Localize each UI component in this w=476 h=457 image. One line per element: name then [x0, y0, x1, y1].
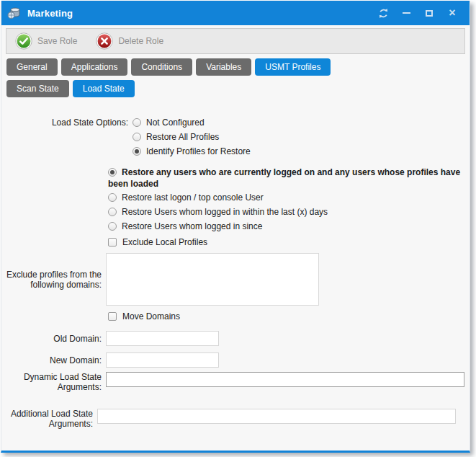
checkbox-label: Move Domains [122, 311, 180, 321]
option-label: Identify Profiles for Restore [146, 146, 251, 156]
tab-usmt-profiles[interactable]: USMT Profiles [255, 58, 331, 76]
tab-general[interactable]: General [6, 58, 58, 76]
primary-options-group: Not Configured Restore All Profiles Iden… [133, 117, 251, 160]
load-state-form: Load State Options: Not Configured Resto… [1, 117, 470, 429]
app-icon [7, 6, 22, 19]
save-role-button[interactable]: Save Role [15, 32, 77, 50]
additional-load-state-arguments-label: Additional Load State Arguments: [1, 409, 97, 429]
save-role-icon [15, 32, 32, 50]
radio-option-not-configured[interactable]: Not Configured [133, 117, 251, 129]
maximize-button[interactable] [418, 4, 441, 22]
toolbar: Save Role Delete Role [6, 28, 465, 54]
radio-icon[interactable] [108, 208, 117, 216]
refresh-button[interactable] [372, 4, 395, 22]
radio-icon[interactable] [133, 133, 141, 141]
titlebar: Marketing × [1, 1, 470, 25]
tab-variables[interactable]: Variables [196, 58, 251, 76]
option-label: Not Configured [146, 117, 205, 128]
tab-conditions[interactable]: Conditions [131, 58, 192, 76]
exclude-local-profiles-checkbox-row[interactable]: Exclude Local Profiles [108, 236, 470, 249]
radio-option-restore-logged-on[interactable]: Restore any users who are currently logg… [108, 167, 464, 190]
close-icon: × [449, 7, 455, 19]
dynamic-load-state-arguments-label: Dynamic Load State Arguments: [1, 372, 106, 392]
window-title: Marketing [27, 8, 73, 19]
delete-role-button[interactable]: Delete Role [96, 32, 163, 50]
refresh-icon [378, 8, 389, 19]
load-state-options-label: Load State Options: [1, 117, 133, 160]
new-domain-input[interactable] [106, 352, 219, 368]
additional-load-state-arguments-input[interactable] [97, 409, 456, 424]
exclude-domains-label: Exclude profiles from the following doma… [1, 270, 106, 290]
checkbox-label: Exclude Local Profiles [122, 237, 207, 247]
radio-option-last-logon[interactable]: Restore last logon / top console User [108, 192, 464, 204]
minimize-icon [403, 12, 410, 14]
old-domain-label: Old Domain: [1, 334, 106, 344]
radio-icon[interactable] [108, 168, 117, 177]
main-tab-bar: General Applications Conditions Variable… [6, 58, 470, 76]
option-label: Restore Users whom logged in within the … [122, 207, 328, 217]
radio-option-last-x-days[interactable]: Restore Users whom logged in within the … [108, 206, 464, 218]
old-domain-input[interactable] [106, 331, 219, 346]
minimize-button[interactable] [395, 4, 418, 22]
option-label: Restore last logon / top console User [122, 192, 264, 203]
radio-icon[interactable] [108, 222, 117, 231]
radio-option-identify-profiles[interactable]: Identify Profiles for Restore [133, 146, 251, 158]
save-role-label: Save Role [37, 36, 77, 46]
new-domain-label: New Domain: [1, 355, 106, 365]
exclude-domains-textarea[interactable] [106, 253, 319, 306]
checkbox-icon[interactable] [108, 238, 117, 247]
maximize-icon [426, 10, 433, 17]
tab-applications[interactable]: Applications [61, 58, 128, 76]
radio-icon[interactable] [133, 147, 141, 156]
option-label: Restore Users whom logged in since [122, 221, 262, 231]
checkbox-icon[interactable] [108, 312, 117, 321]
dynamic-load-state-arguments-input[interactable] [106, 372, 464, 387]
sub-tab-bar: Scan State Load State [6, 80, 470, 97]
option-label: Restore any users who are currently logg… [108, 167, 460, 189]
close-button[interactable]: × [441, 4, 464, 22]
radio-icon[interactable] [133, 118, 141, 127]
restore-options-group: Restore any users who are currently logg… [108, 167, 464, 233]
radio-option-restore-all-profiles[interactable]: Restore All Profiles [133, 131, 251, 143]
tab-scan-state[interactable]: Scan State [6, 80, 69, 97]
option-label: Restore All Profiles [146, 132, 219, 142]
delete-role-label: Delete Role [118, 36, 163, 46]
delete-role-icon [96, 32, 113, 50]
radio-option-logged-in-since[interactable]: Restore Users whom logged in since [108, 221, 464, 233]
marketing-window: Marketing × [1, 1, 470, 453]
radio-icon[interactable] [108, 193, 117, 202]
tab-load-state[interactable]: Load State [73, 80, 135, 97]
move-domains-checkbox-row[interactable]: Move Domains [108, 311, 470, 323]
